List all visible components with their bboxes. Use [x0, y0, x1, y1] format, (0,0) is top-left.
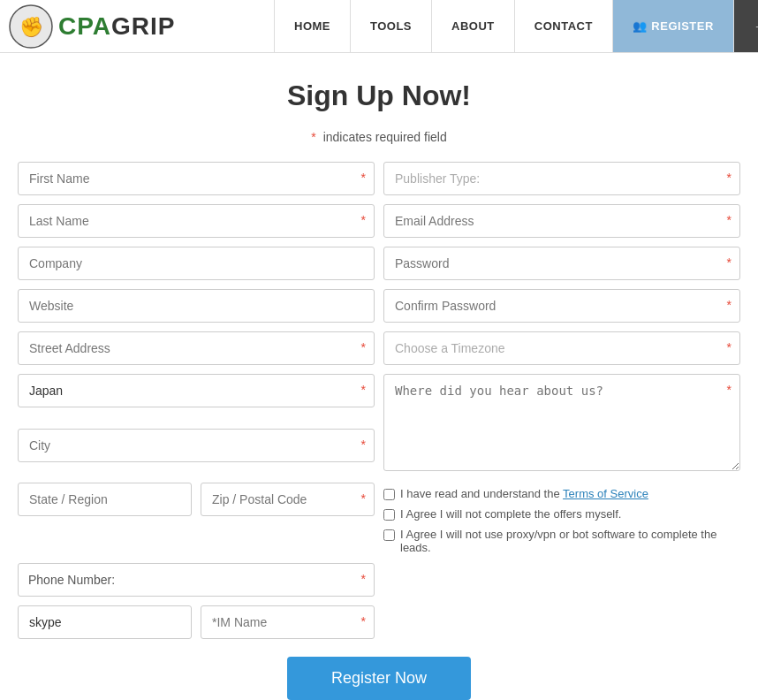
country-field: Japan * [18, 374, 375, 420]
im-name-input[interactable] [201, 605, 375, 639]
terms-link[interactable]: Terms of Service [563, 487, 648, 500]
last-name-input[interactable] [18, 204, 375, 238]
no-proxy-checkbox[interactable] [383, 529, 395, 541]
publisher-type-select[interactable]: Publisher Type: [383, 162, 740, 195]
street-address-input[interactable] [18, 331, 375, 365]
website-field [18, 289, 375, 323]
state-field [18, 483, 192, 554]
logo: ✊ CPAGRIP [0, 4, 274, 49]
logo-icon: ✊ [9, 4, 53, 49]
nav-tools[interactable]: TOOLS [350, 0, 431, 52]
no-proxy-label: I Agree I will not use proxy/vpn or bot … [400, 528, 740, 554]
register-now-button[interactable]: Register Now [287, 657, 471, 700]
nav-contact[interactable]: CONTACT [514, 0, 612, 52]
phone-field: Phone Number: * [18, 563, 375, 597]
state-input[interactable] [18, 483, 192, 516]
no-self-complete-checkbox[interactable] [383, 509, 395, 521]
checkboxes: I have read and understand the Terms of … [383, 483, 740, 554]
page-title: Sign Up Now! [18, 80, 740, 112]
terms-checkbox-item: I have read and understand the Terms of … [383, 487, 740, 500]
publisher-type-field: Publisher Type: * [383, 162, 740, 195]
required-asterisk: * [311, 130, 315, 144]
terms-checkbox[interactable] [383, 489, 395, 500]
no-self-complete-label: I Agree I will not complete the offers m… [400, 507, 622, 521]
im-row: skype * [18, 605, 375, 639]
required-note: * indicates required field [18, 130, 740, 144]
im-type-select[interactable]: skype [18, 605, 192, 639]
register-button-row: Register Now [18, 657, 740, 700]
svg-text:✊: ✊ [19, 15, 44, 39]
confirm-password-input[interactable] [383, 289, 740, 323]
users-icon: 👥 [633, 19, 648, 33]
registration-form: * Publisher Type: * * * * [18, 162, 740, 700]
zip-input[interactable] [201, 483, 375, 516]
city-input[interactable] [18, 429, 375, 462]
state-zip-row: * [18, 483, 375, 554]
website-input[interactable] [18, 289, 375, 323]
company-input[interactable] [18, 247, 375, 280]
no-self-complete-checkbox-item: I Agree I will not complete the offers m… [383, 507, 740, 521]
im-name-field: * [201, 605, 375, 639]
first-name-field: * [18, 162, 375, 195]
country-select[interactable]: Japan [18, 374, 375, 407]
im-type-field: skype [18, 605, 192, 639]
password-input[interactable] [383, 247, 740, 280]
timezone-field: Choose a Timezone * [383, 331, 740, 365]
no-proxy-checkbox-item: I Agree I will not use proxy/vpn or bot … [383, 528, 740, 554]
spacer [383, 563, 740, 597]
password-field: * [383, 247, 740, 280]
timezone-select[interactable]: Choose a Timezone [383, 331, 740, 365]
nav-about[interactable]: ABOUT [431, 0, 514, 52]
logo-grip: GRIP [111, 12, 175, 40]
zip-field: * [201, 483, 375, 554]
nav-links: HOME TOOLS ABOUT CONTACT 👥 REGISTER → [274, 0, 758, 52]
first-name-input[interactable] [18, 162, 375, 195]
referral-source-field: * [383, 374, 740, 474]
last-name-field: * [18, 204, 375, 238]
confirm-password-field: * [383, 289, 740, 323]
nav-register[interactable]: 👥 REGISTER [612, 0, 733, 52]
logo-cpa: CPA [58, 12, 111, 40]
referral-required: * [727, 383, 731, 397]
phone-input[interactable] [18, 563, 375, 597]
email-input[interactable] [383, 204, 740, 238]
referral-source-textarea[interactable] [383, 374, 740, 471]
nav-login[interactable]: → [733, 0, 758, 52]
navbar: ✊ CPAGRIP HOME TOOLS ABOUT CONTACT 👥 REG… [0, 0, 758, 53]
email-field: * [383, 204, 740, 238]
nav-home[interactable]: HOME [274, 0, 350, 52]
street-address-field: * [18, 331, 375, 365]
logo-text: CPAGRIP [58, 12, 176, 41]
city-field: * [18, 429, 375, 475]
terms-label: I have read and understand the Terms of … [400, 487, 648, 500]
company-field [18, 247, 375, 280]
main-content: Sign Up Now! * indicates required field … [0, 53, 758, 700]
